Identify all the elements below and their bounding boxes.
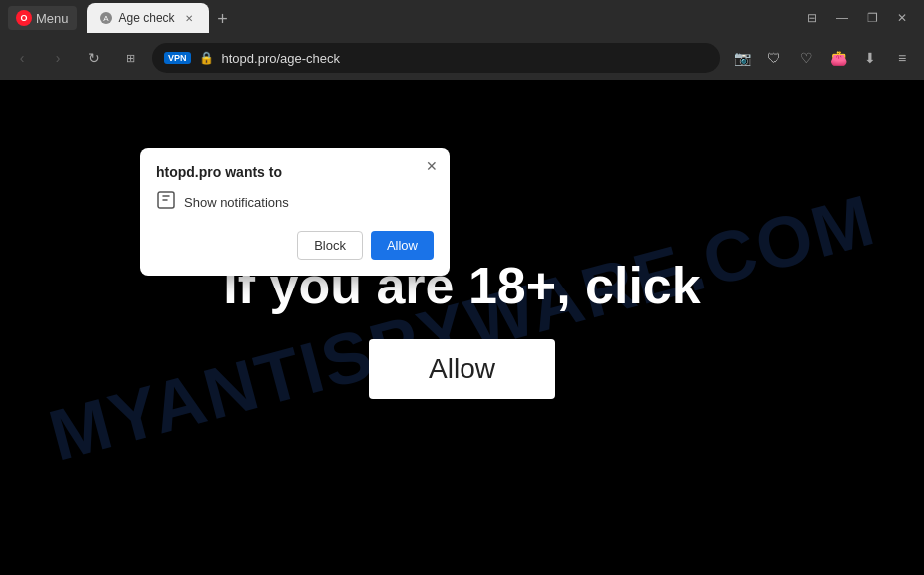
- browser-window: O Menu A Age check ✕ + ⊟ — ❐ ✕: [0, 0, 924, 575]
- heart-button[interactable]: ♡: [792, 44, 820, 72]
- block-button[interactable]: Block: [297, 231, 363, 260]
- new-tab-button[interactable]: +: [209, 5, 237, 33]
- wallet-button[interactable]: 👛: [824, 44, 852, 72]
- page-content: MYANTISPYWARE.COM ✕ htopd.pro wants to S…: [0, 80, 924, 575]
- notification-popup: ✕ htopd.pro wants to Show notifications …: [140, 148, 450, 276]
- tabs-button[interactable]: ⊞: [116, 44, 144, 72]
- popup-actions: Block Allow: [156, 231, 434, 260]
- vpn-badge: VPN: [164, 52, 191, 64]
- browser-menu-button[interactable]: ≡: [888, 44, 916, 72]
- ssl-icon: 🔒: [199, 51, 214, 65]
- window-controls: ⊟ — ❐ ✕: [798, 4, 916, 32]
- page-main: If you are 18+, click Allow: [223, 256, 700, 399]
- back-button[interactable]: ‹: [8, 44, 36, 72]
- opera-menu-button[interactable]: O Menu: [8, 6, 77, 30]
- allow-button-popup[interactable]: Allow: [371, 231, 434, 260]
- forward-button[interactable]: ›: [44, 44, 72, 72]
- tab-title: Age check: [119, 11, 175, 25]
- url-text: htopd.pro/age-check: [222, 51, 708, 66]
- opera-logo: O: [16, 10, 32, 26]
- popup-title: htopd.pro wants to: [156, 164, 434, 180]
- toolbar-right: 📷 🛡 ♡ 👛 ⬇ ≡: [728, 44, 916, 72]
- tab-bar: A Age check ✕ +: [83, 3, 792, 33]
- allow-button-main[interactable]: Allow: [369, 339, 555, 399]
- snap-button[interactable]: ⊟: [798, 4, 826, 32]
- popup-close-button[interactable]: ✕: [422, 156, 442, 176]
- close-button[interactable]: ✕: [888, 4, 916, 32]
- tab-close-button[interactable]: ✕: [181, 10, 197, 26]
- svg-text:A: A: [103, 14, 109, 23]
- minimize-button[interactable]: —: [828, 4, 856, 32]
- active-tab[interactable]: A Age check ✕: [87, 3, 209, 33]
- tab-favicon: A: [99, 11, 113, 25]
- title-bar: O Menu A Age check ✕ + ⊟ — ❐ ✕: [0, 0, 924, 36]
- notification-icon: [156, 190, 176, 215]
- shield-button[interactable]: 🛡: [760, 44, 788, 72]
- menu-label: Menu: [36, 11, 69, 26]
- notification-row: Show notifications: [156, 190, 434, 215]
- maximize-button[interactable]: ❐: [858, 4, 886, 32]
- download-button[interactable]: ⬇: [856, 44, 884, 72]
- address-bar: ‹ › ↻ ⊞ VPN 🔒 htopd.pro/age-check 📷 🛡 ♡ …: [0, 36, 924, 80]
- camera-button[interactable]: 📷: [728, 44, 756, 72]
- reload-button[interactable]: ↻: [80, 44, 108, 72]
- address-field[interactable]: VPN 🔒 htopd.pro/age-check: [152, 43, 720, 73]
- notification-text: Show notifications: [184, 195, 289, 210]
